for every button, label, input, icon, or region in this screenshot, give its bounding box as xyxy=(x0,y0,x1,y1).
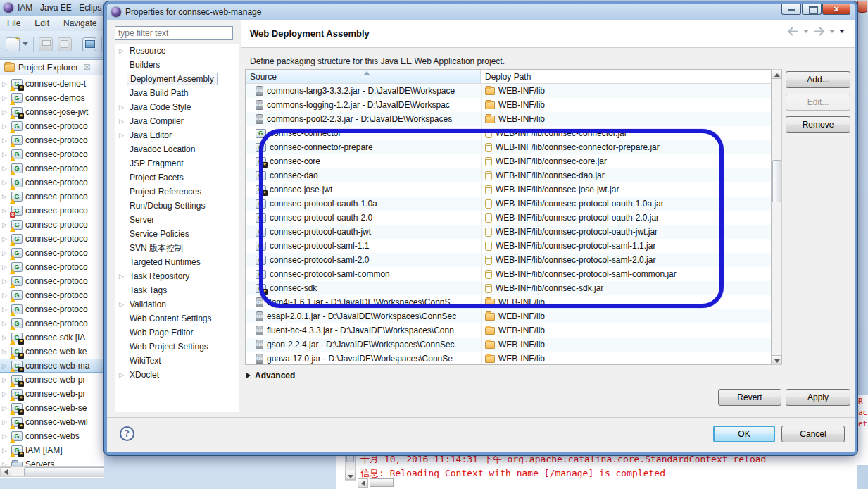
properties-tree-item[interactable]: ▷ Java Editor xyxy=(115,128,239,142)
properties-tree-item[interactable]: ▷ Service Policies xyxy=(115,227,239,241)
project-explorer-item[interactable]: ▷ connsec-web-pr xyxy=(0,373,104,387)
scroll-down-icon[interactable] xyxy=(345,471,356,480)
expander-icon[interactable]: ▷ xyxy=(2,288,8,302)
properties-tree-item[interactable]: ▷ Task Tags xyxy=(115,283,239,297)
expander-icon[interactable]: ▷ xyxy=(2,330,8,345)
assembly-row[interactable]: connsec-protocol-saml-common WEB-INF/lib… xyxy=(246,267,771,281)
expander-icon[interactable]: ▷ xyxy=(119,100,125,114)
expander-icon[interactable]: ▷ xyxy=(2,91,8,105)
expander-icon[interactable]: ▷ xyxy=(119,297,125,311)
maximize-button[interactable] xyxy=(802,4,822,15)
expander-icon[interactable]: ▷ xyxy=(2,359,8,373)
assembly-row[interactable]: connsec-sdk WEB-INF/lib/connsec-sdk.jar xyxy=(246,281,771,295)
properties-tree-item[interactable]: ▷ Web Content Settings xyxy=(115,311,239,326)
expander-icon[interactable]: ▷ xyxy=(2,77,8,91)
properties-tree-item[interactable]: ▷ WikiText xyxy=(115,354,239,368)
assembly-row[interactable]: connsec-connector WEB-INF/lib/connsec-co… xyxy=(246,126,771,140)
scroll-down-icon[interactable] xyxy=(772,355,782,364)
revert-button[interactable]: Revert xyxy=(718,389,781,406)
project-explorer-item[interactable]: ▷ connsec-demo-t xyxy=(0,77,104,91)
expander-icon[interactable]: ▷ xyxy=(2,175,8,190)
assembly-row[interactable]: connsec-protocol-oauth-jwt WEB-INF/lib/c… xyxy=(246,225,771,239)
project-explorer-item[interactable]: ▷ connsec-protoco xyxy=(0,288,104,302)
expander-icon[interactable]: ▷ xyxy=(2,429,8,443)
expander-icon[interactable]: ▷ xyxy=(119,368,125,382)
expander-icon[interactable]: ▷ xyxy=(2,133,8,147)
expander-icon[interactable]: ▷ xyxy=(2,190,8,204)
assembly-row[interactable]: fluent-hc-4.3.3.jar - D:\JavaIDE\Workspa… xyxy=(246,323,771,338)
scrollbar-thumb[interactable] xyxy=(370,478,394,487)
properties-tree-item[interactable]: ▷ Deployment Assembly xyxy=(115,72,239,86)
properties-tree-item[interactable]: ▷ Web Page Editor xyxy=(115,326,239,340)
filter-input[interactable] xyxy=(115,26,233,40)
console-view-icon[interactable] xyxy=(82,37,96,51)
expander-icon[interactable]: ▷ xyxy=(119,114,125,128)
scrollbar-thumb[interactable] xyxy=(772,160,781,202)
menu-item[interactable]: Edit xyxy=(34,18,49,31)
back-history-dropdown-icon[interactable] xyxy=(803,30,809,33)
assembly-row[interactable]: commons-logging-1.2.jar - D:\JavaIDE\Wor… xyxy=(246,98,771,112)
forward-arrow-icon[interactable] xyxy=(813,27,825,36)
expander-icon[interactable]: ▷ xyxy=(119,269,125,283)
project-explorer-item[interactable]: ▷ connsec-protoco xyxy=(0,204,104,218)
advanced-section-toggle[interactable]: Advanced xyxy=(246,371,295,380)
project-explorer-item[interactable]: ▷ connsec-protoco xyxy=(0,246,104,260)
project-explorer-item[interactable]: ▷ IAM [IAM] xyxy=(0,443,104,457)
expander-icon[interactable]: ▷ xyxy=(2,204,8,218)
properties-tree-item[interactable]: ▷ Project Facets xyxy=(115,171,239,185)
expander-icon[interactable]: ▷ xyxy=(2,147,8,161)
console-vertical-scrollbar[interactable] xyxy=(345,452,356,481)
assembly-row[interactable]: esapi-2.0.1.jar - D:\JavaIDE\Workspaces\… xyxy=(246,309,771,323)
project-explorer-item[interactable]: ▷ connsec-webs xyxy=(0,429,104,443)
properties-tree-item[interactable]: ▷ Targeted Runtimes xyxy=(115,255,239,269)
view-menu-icon[interactable] xyxy=(839,30,845,33)
project-explorer-item[interactable]: ▷ connsec-web-ke xyxy=(0,345,104,359)
project-explorer-item[interactable]: ▷ connsec-protoco xyxy=(0,190,104,204)
assembly-row[interactable]: guava-17.0.jar - D:\JavaIDE\Workspaces\C… xyxy=(246,352,771,365)
save-icon[interactable] xyxy=(39,37,53,51)
expander-icon[interactable]: ▷ xyxy=(2,401,8,415)
properties-tree-item[interactable]: ▷ Java Compiler xyxy=(115,114,239,128)
properties-tree-item[interactable]: ▷ Task Repository xyxy=(115,269,239,283)
project-explorer-item[interactable]: ▷ connsec-web-se xyxy=(0,401,104,415)
properties-tree-item[interactable]: ▷ Resource xyxy=(115,44,239,58)
expander-icon[interactable]: ▷ xyxy=(2,119,8,133)
scrollbar-thumb[interactable] xyxy=(24,467,104,476)
properties-tree-item[interactable]: ▷ Builders xyxy=(115,58,239,72)
assembly-row[interactable]: dom4j-1.6.1.jar - D:\JavaIDE\Workspaces\… xyxy=(246,295,771,309)
expander-icon[interactable]: ▷ xyxy=(2,387,8,401)
project-explorer-item[interactable]: ▷ connsec-protoco xyxy=(0,232,104,246)
scroll-left-icon[interactable] xyxy=(358,478,368,488)
expander-icon[interactable]: ▷ xyxy=(2,218,8,232)
help-button[interactable]: ? xyxy=(120,426,134,441)
assembly-row[interactable]: connsec-protocol-saml-2.0 WEB-INF/lib/co… xyxy=(246,253,771,267)
edit-button[interactable]: Edit... xyxy=(786,94,850,111)
close-button[interactable] xyxy=(822,4,850,15)
save-all-icon[interactable] xyxy=(58,37,72,51)
add-button[interactable]: Add... xyxy=(786,71,850,88)
menu-item[interactable]: Navigate xyxy=(63,18,96,31)
expander-icon[interactable]: ▷ xyxy=(2,415,8,429)
properties-tree-item[interactable]: ▷ Validation xyxy=(115,297,239,311)
assembly-row[interactable]: gson-2.2.4.jar - D:\JavaIDE\Workspaces\C… xyxy=(246,338,771,352)
assembly-row[interactable]: commons-pool2-2.3.jar - D:\JavaIDE\Works… xyxy=(246,112,771,126)
column-header-source[interactable]: Source xyxy=(246,70,481,83)
remove-button[interactable]: Remove xyxy=(786,116,850,133)
project-explorer-item[interactable]: ▷ connsec-protoco xyxy=(0,274,104,288)
expander-icon[interactable]: ▷ xyxy=(2,232,8,246)
explorer-horizontal-scrollbar[interactable] xyxy=(0,466,104,477)
expander-icon[interactable]: ▷ xyxy=(2,302,8,316)
properties-tree-item[interactable]: ▷ Java Build Path xyxy=(115,86,239,100)
project-explorer-item[interactable]: ▷ connsec-protoco xyxy=(0,260,104,274)
expander-icon[interactable]: ▷ xyxy=(2,274,8,288)
expander-icon[interactable]: ▷ xyxy=(2,246,8,260)
properties-tree-item[interactable]: ▷ Java Code Style xyxy=(115,100,239,114)
assembly-row[interactable]: commons-lang3-3.3.2.jar - D:\JavaIDE\Wor… xyxy=(246,84,771,98)
project-explorer-item[interactable]: ▷ connsec-protoco xyxy=(0,147,104,161)
project-explorer-item[interactable]: ▷ connsec-web-pr xyxy=(0,387,104,401)
back-arrow-icon[interactable] xyxy=(787,27,799,36)
console-horizontal-scrollbar[interactable] xyxy=(358,478,864,488)
apply-button[interactable]: Apply xyxy=(786,389,850,406)
minimize-button[interactable] xyxy=(781,4,801,15)
project-explorer-tab[interactable]: Project Explorer ☒ xyxy=(0,60,104,75)
